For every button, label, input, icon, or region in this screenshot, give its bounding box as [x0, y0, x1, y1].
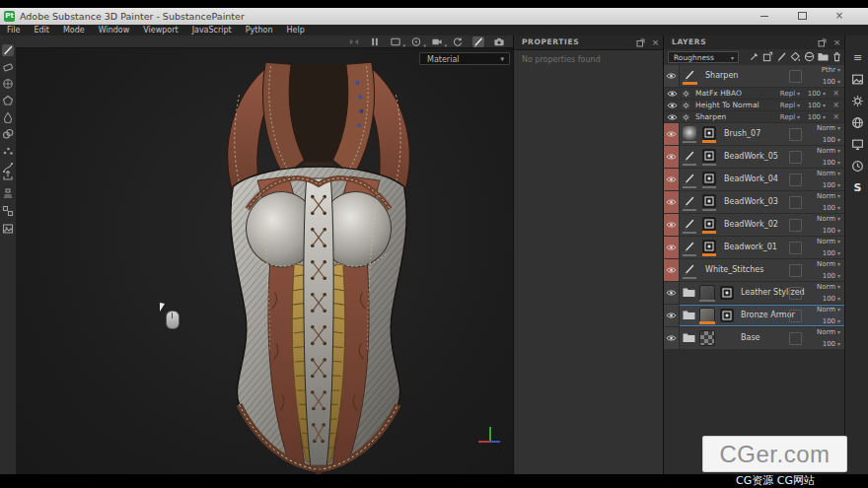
clone-icon[interactable]	[2, 128, 14, 140]
blend-mode[interactable]: Norm ▾	[817, 260, 840, 268]
blend-mode[interactable]: Pthr ▾	[822, 66, 840, 74]
rotate-icon[interactable]	[452, 36, 464, 47]
layer-row[interactable]: SharpenRepl ▾100 ▾×	[664, 111, 845, 122]
gizmo-icon[interactable]: ▾	[410, 36, 422, 47]
eye-icon[interactable]	[666, 130, 677, 138]
channel-dropdown[interactable]: Roughness ▾	[668, 51, 739, 63]
menu-javascript[interactable]: JavaScript	[185, 25, 239, 35]
eye-icon[interactable]	[666, 175, 677, 183]
menu-help[interactable]: Help	[279, 25, 311, 35]
mask-thumbnail[interactable]	[702, 194, 716, 208]
layer-row[interactable]: BaseNorm ▾100 ▾	[664, 327, 845, 349]
resources-icon[interactable]	[2, 223, 14, 235]
layer-row[interactable]: SharpenPthr ▾100 ▾	[664, 65, 845, 87]
opacity-value[interactable]: 100 ▾	[808, 88, 826, 100]
opacity-value[interactable]: 100 ▾	[823, 340, 840, 348]
undock-icon[interactable]	[818, 38, 827, 47]
blend-mode[interactable]: Norm ▾	[817, 215, 840, 223]
layer-row[interactable]: MatFx HBAORepl ▾100 ▾×	[664, 88, 845, 99]
fill-layer-icon[interactable]	[790, 51, 801, 62]
gear-icon[interactable]	[851, 95, 864, 107]
stamp-icon[interactable]	[2, 187, 14, 199]
material-view-dropdown[interactable]: Material ▾	[419, 52, 510, 65]
layer-row[interactable]: BeadWork_03Norm ▾100 ▾	[664, 191, 845, 213]
eye-icon[interactable]	[666, 334, 677, 342]
layer-row[interactable]: Bronze ArmorNorm ▾100 ▾	[664, 305, 845, 326]
blend-mode[interactable]: Norm ▾	[817, 283, 840, 291]
close-button[interactable]: ×	[827, 8, 852, 25]
eye-icon[interactable]	[666, 266, 677, 274]
snapshot-icon[interactable]	[493, 36, 505, 47]
symmetry-icon[interactable]	[348, 36, 360, 47]
blend-mode[interactable]: Norm ▾	[817, 306, 840, 314]
layer-row[interactable]: BeadWork_04Norm ▾100 ▾	[664, 169, 845, 190]
eye-icon[interactable]	[666, 312, 677, 319]
clock-icon[interactable]	[851, 160, 864, 173]
close-panel-icon[interactable]: ×	[832, 38, 841, 47]
menu-python[interactable]: Python	[239, 25, 280, 35]
mask-thumbnail[interactable]	[702, 126, 716, 140]
eye-icon[interactable]	[666, 198, 677, 206]
list-icon[interactable]: ≡	[851, 51, 864, 64]
maximize-button[interactable]	[789, 8, 815, 25]
opacity-value[interactable]: 100 ▾	[823, 78, 840, 86]
brush-icon[interactable]	[472, 36, 484, 47]
opacity-value[interactable]: 100 ▾	[808, 100, 826, 111]
layer-row[interactable]: White_StitchesNorm ▾100 ▾	[664, 259, 845, 281]
picker-icon[interactable]	[749, 51, 760, 62]
minimize-button[interactable]	[752, 8, 777, 25]
eye-icon[interactable]	[666, 153, 677, 161]
blend-mode[interactable]: Norm ▾	[817, 147, 840, 155]
remove-effect-icon[interactable]: ×	[832, 111, 839, 122]
mask-thumbnail[interactable]	[702, 217, 716, 231]
menu-mode[interactable]: Mode	[56, 25, 92, 35]
add-layer-icon[interactable]	[762, 51, 773, 62]
paint-brush-icon[interactable]	[2, 44, 14, 56]
close-panel-icon[interactable]: ×	[651, 38, 660, 47]
stamp-thumbnail[interactable]	[683, 126, 696, 140]
opacity-value[interactable]: 100 ▾	[823, 317, 840, 325]
blend-mode[interactable]: Norm ▾	[817, 192, 840, 200]
layer-row[interactable]: Brush_07Norm ▾100 ▾	[664, 123, 845, 145]
layer-row[interactable]: Height To NormalRepl ▾100 ▾×	[664, 100, 845, 110]
opacity-value[interactable]: 100 ▾	[823, 159, 840, 167]
eye-icon[interactable]	[666, 221, 677, 229]
layer-thumbnail[interactable]	[699, 285, 715, 301]
smart-material-icon[interactable]	[804, 51, 815, 62]
camera-video-icon[interactable]: ▾	[431, 36, 443, 47]
polygon-fill-icon[interactable]	[2, 95, 14, 106]
blend-mode[interactable]: Repl ▾	[780, 88, 800, 100]
image-icon[interactable]	[851, 73, 864, 86]
mask-thumbnail[interactable]	[720, 286, 734, 300]
blend-mode[interactable]: Norm ▾	[817, 328, 840, 336]
layer-thumbnail[interactable]	[699, 330, 715, 346]
undock-icon[interactable]	[636, 38, 645, 47]
eye-icon[interactable]	[667, 113, 678, 121]
opacity-value[interactable]: 100 ▾	[823, 249, 840, 257]
menu-file[interactable]: File	[0, 25, 27, 35]
blend-mode[interactable]: Norm ▾	[817, 238, 840, 245]
menu-window[interactable]: Window	[92, 25, 137, 35]
opacity-value[interactable]: 100 ▾	[823, 227, 840, 235]
remove-effect-icon[interactable]: ×	[832, 88, 839, 99]
blend-mode[interactable]: Norm ▾	[817, 124, 840, 132]
layer-row[interactable]: Leather StylizedNorm ▾100 ▾	[664, 282, 845, 304]
projection-icon[interactable]	[2, 78, 14, 90]
folder-icon[interactable]	[818, 51, 829, 62]
particle-icon[interactable]	[2, 145, 14, 157]
mask-thumbnail[interactable]	[720, 309, 734, 322]
globe-icon[interactable]	[851, 116, 864, 129]
export-icon[interactable]	[2, 170, 14, 181]
viewport-3d[interactable]: Material ▾	[16, 48, 513, 488]
layer-row[interactable]: Beadwork_01Norm ▾100 ▾	[664, 237, 845, 258]
blend-mode[interactable]: Repl ▾	[780, 100, 800, 111]
layer-row[interactable]: BeadWork_05Norm ▾100 ▾	[664, 146, 845, 168]
mask-thumbnail[interactable]	[702, 149, 716, 163]
opacity-value[interactable]: 100 ▾	[823, 204, 840, 212]
opacity-value[interactable]: 100 ▾	[823, 136, 840, 144]
eye-icon[interactable]	[666, 72, 677, 80]
menu-viewport[interactable]: Viewport	[136, 25, 184, 35]
eye-icon[interactable]	[666, 289, 677, 297]
layer-row[interactable]: BeadWork_02Norm ▾100 ▾	[664, 214, 845, 236]
stencil-icon[interactable]: ▾	[390, 36, 401, 47]
